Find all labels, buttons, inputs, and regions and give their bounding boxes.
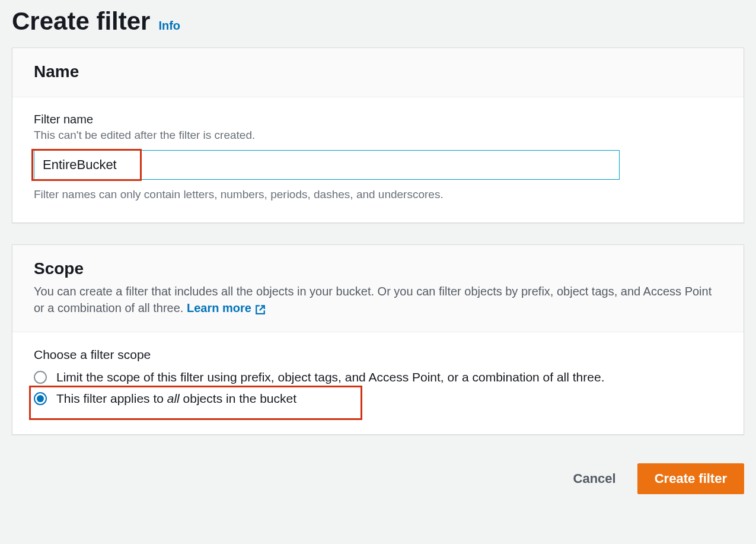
filter-name-input[interactable] (34, 150, 620, 180)
scope-description: You can create a filter that includes al… (34, 283, 722, 316)
filter-name-hint: This can't be edited after the filter is… (34, 129, 722, 142)
scope-description-text: You can create a filter that includes al… (34, 285, 712, 314)
page-title: Create filter (12, 7, 150, 36)
choose-scope-label: Choose a filter scope (34, 348, 722, 362)
create-filter-button[interactable]: Create filter (637, 463, 744, 494)
name-panel-header: Name (12, 48, 744, 97)
radio-all-pre: This filter applies to (56, 392, 167, 405)
external-link-icon (255, 303, 266, 313)
scope-panel-body: Choose a filter scope Limit the scope of… (12, 332, 744, 434)
footer-actions: Cancel Create filter (12, 456, 744, 506)
radio-option-all[interactable]: This filter applies to all objects in th… (34, 392, 722, 406)
filter-name-constraint: Filter names can only contain letters, n… (34, 188, 722, 201)
radio-option-limit[interactable]: Limit the scope of this filter using pre… (34, 370, 722, 384)
cancel-button[interactable]: Cancel (569, 465, 621, 492)
scope-heading: Scope (34, 259, 722, 278)
radio-option-limit-label: Limit the scope of this filter using pre… (56, 370, 604, 384)
radio-option-all-label: This filter applies to all objects in th… (56, 392, 296, 406)
info-link[interactable]: Info (158, 19, 180, 33)
learn-more-label: Learn more (187, 300, 251, 316)
filter-name-input-wrap (34, 150, 620, 180)
radio-all-post: objects in the bucket (180, 392, 296, 405)
name-panel-body: Filter name This can't be edited after t… (12, 97, 744, 222)
page-header: Create filter Info (12, 0, 744, 47)
name-heading: Name (34, 62, 722, 81)
radio-all-ital: all (167, 392, 180, 405)
name-panel: Name Filter name This can't be edited af… (12, 47, 744, 223)
filter-name-label: Filter name (34, 113, 722, 126)
radio-icon (34, 371, 47, 384)
scope-panel-header: Scope You can create a filter that inclu… (12, 245, 744, 332)
radio-dot-icon (37, 395, 44, 402)
scope-panel: Scope You can create a filter that inclu… (12, 244, 744, 435)
radio-icon (34, 392, 47, 405)
learn-more-link[interactable]: Learn more (187, 300, 266, 316)
